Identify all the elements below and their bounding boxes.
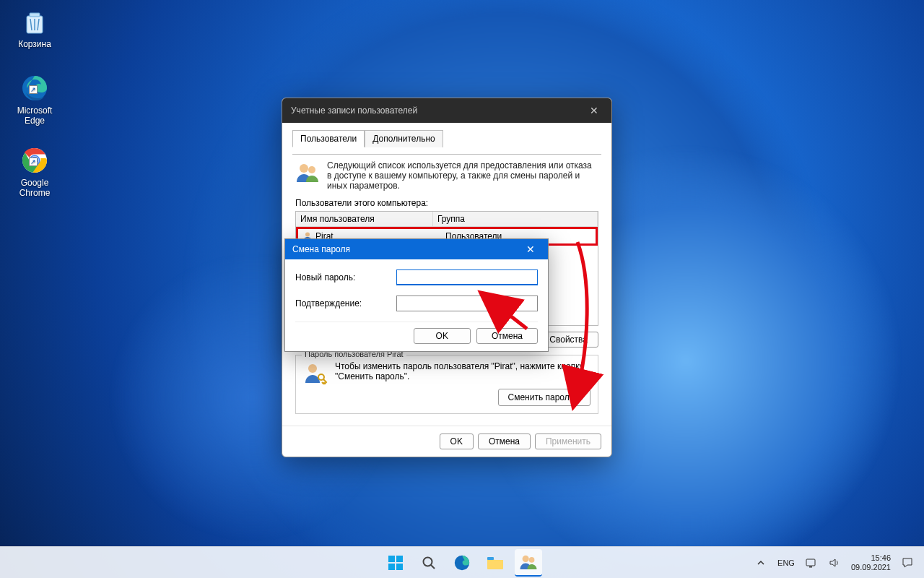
svg-rect-15 [396, 564, 403, 570]
pw-dialog-title: Смена пароля [292, 244, 350, 254]
svg-point-16 [424, 557, 432, 566]
pw-dialog-titlebar[interactable]: Смена пароля ✕ [285, 239, 548, 259]
taskbar-user-accounts-button[interactable] [515, 549, 542, 577]
chrome-icon: ↗ [19, 144, 51, 176]
edge-icon: ↗ [19, 72, 51, 104]
svg-rect-1 [30, 13, 40, 17]
svg-rect-12 [388, 556, 395, 562]
svg-line-17 [431, 565, 435, 569]
start-button[interactable] [382, 549, 409, 577]
svg-point-21 [529, 557, 535, 563]
svg-point-8 [308, 166, 315, 173]
notifications-icon[interactable] [901, 556, 914, 569]
shortcut-overlay-icon: ↗ [29, 85, 38, 94]
intro-text: Следующий список используется для предос… [327, 160, 598, 191]
confirm-password-label: Подтверждение: [295, 298, 396, 309]
change-password-dialog: Смена пароля ✕ Новый пароль: Подтвержден… [284, 238, 549, 352]
cancel-button[interactable]: Отмена [478, 434, 531, 449]
search-button[interactable] [415, 549, 443, 577]
svg-rect-23 [809, 566, 812, 568]
svg-rect-22 [806, 559, 815, 566]
desktop-icon-label: Microsoft Edge [7, 105, 62, 126]
ok-button[interactable]: OK [440, 434, 474, 449]
svg-rect-14 [388, 564, 395, 570]
apply-button[interactable]: Применить [535, 434, 601, 449]
svg-point-11 [318, 374, 324, 380]
password-groupbox: Пароль пользователя Pirat Чтобы изменить… [295, 355, 598, 414]
pw-ok-button[interactable]: OK [414, 328, 471, 344]
confirm-password-input[interactable] [396, 296, 538, 311]
key-user-icon [303, 361, 328, 386]
column-header-username[interactable]: Имя пользователя [296, 212, 433, 226]
dialog-title: Учетные записи пользователей [291, 105, 417, 116]
svg-rect-19 [487, 557, 494, 560]
desktop-icon-label: Google Chrome [7, 178, 62, 198]
network-icon[interactable] [805, 556, 818, 569]
tray-chevron-up-icon[interactable] [754, 556, 767, 569]
taskbar: ENG 15:46 09.09.2021 [0, 546, 924, 578]
taskbar-edge-button[interactable] [448, 549, 476, 577]
desktop-icon-edge[interactable]: ↗ Microsoft Edge [7, 72, 62, 126]
clock-time: 15:46 [851, 553, 891, 563]
taskbar-explorer-button[interactable] [481, 549, 509, 577]
pw-cancel-button[interactable]: Отмена [476, 328, 538, 344]
password-hint-text: Чтобы изменить пароль пользователя "Pira… [335, 361, 590, 381]
svg-rect-13 [396, 556, 403, 562]
tab-users[interactable]: Пользователи [292, 130, 365, 147]
svg-point-10 [308, 364, 317, 373]
dialog-titlebar[interactable]: Учетные записи пользователей ✕ [282, 98, 611, 123]
change-password-button[interactable]: Сменить пароль... [498, 389, 590, 406]
close-icon[interactable]: ✕ [520, 243, 541, 255]
desktop-icon-recycle-bin[interactable]: Корзина [7, 6, 62, 49]
close-icon[interactable]: ✕ [585, 105, 603, 116]
svg-point-20 [523, 555, 529, 561]
desktop-icon-label: Корзина [7, 39, 62, 49]
taskbar-clock[interactable]: 15:46 09.09.2021 [851, 553, 891, 571]
desktop-icon-chrome[interactable]: ↗ Google Chrome [7, 144, 62, 198]
clock-date: 09.09.2021 [851, 563, 891, 572]
column-header-group[interactable]: Группа [433, 212, 598, 226]
language-indicator[interactable]: ENG [777, 558, 795, 567]
svg-point-7 [300, 164, 308, 173]
volume-icon[interactable] [828, 556, 841, 569]
recycle-bin-icon [19, 6, 51, 38]
users-icon [295, 160, 320, 185]
list-caption: Пользователи этого компьютера: [295, 198, 598, 208]
new-password-label: Новый пароль: [295, 272, 396, 282]
new-password-input[interactable] [396, 269, 538, 285]
shortcut-overlay-icon: ↗ [29, 158, 38, 166]
tab-advanced[interactable]: Дополнительно [365, 130, 443, 147]
svg-point-9 [305, 233, 310, 237]
